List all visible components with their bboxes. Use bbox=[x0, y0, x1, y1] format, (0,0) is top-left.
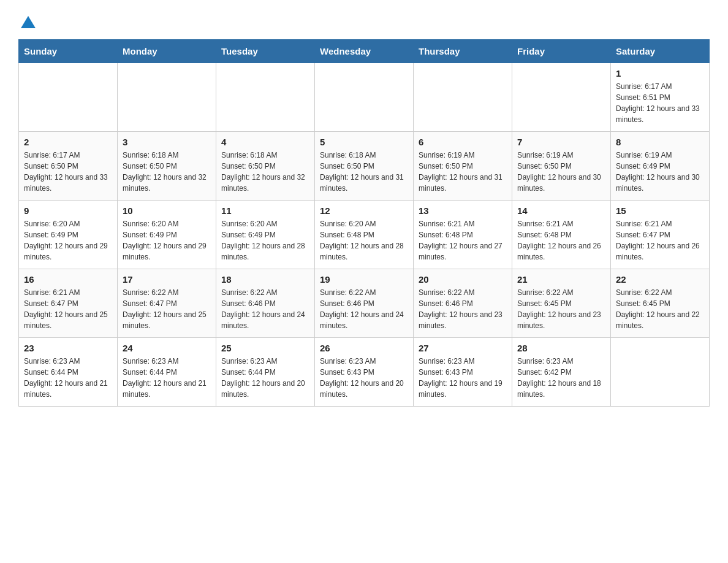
calendar-day-cell bbox=[118, 63, 216, 132]
calendar-header-row: SundayMondayTuesdayWednesdayThursdayFrid… bbox=[19, 40, 710, 63]
day-number: 16 bbox=[24, 274, 112, 285]
logo bbox=[18, 18, 36, 27]
calendar-day-cell: 13Sunrise: 6:21 AM Sunset: 6:48 PM Dayli… bbox=[414, 201, 512, 269]
day-info: Sunrise: 6:23 AM Sunset: 6:44 PM Dayligh… bbox=[24, 356, 112, 400]
day-number: 5 bbox=[320, 137, 408, 147]
day-info: Sunrise: 6:20 AM Sunset: 6:49 PM Dayligh… bbox=[24, 218, 112, 262]
logo-triangle-icon bbox=[21, 16, 36, 28]
calendar-day-cell: 8Sunrise: 6:19 AM Sunset: 6:49 PM Daylig… bbox=[611, 132, 710, 201]
calendar-day-cell: 26Sunrise: 6:23 AM Sunset: 6:43 PM Dayli… bbox=[315, 338, 414, 407]
day-number: 10 bbox=[123, 205, 211, 216]
day-number: 7 bbox=[517, 137, 605, 147]
day-of-week-header: Tuesday bbox=[216, 40, 315, 63]
calendar-week-row: 9Sunrise: 6:20 AM Sunset: 6:49 PM Daylig… bbox=[19, 201, 710, 269]
day-number: 28 bbox=[517, 343, 605, 353]
day-number: 27 bbox=[419, 343, 507, 353]
day-of-week-header: Sunday bbox=[19, 40, 118, 63]
day-number: 3 bbox=[123, 137, 211, 147]
calendar-day-cell bbox=[512, 63, 611, 132]
day-number: 2 bbox=[24, 137, 112, 147]
calendar-day-cell: 15Sunrise: 6:21 AM Sunset: 6:47 PM Dayli… bbox=[611, 201, 710, 269]
calendar-day-cell: 7Sunrise: 6:19 AM Sunset: 6:50 PM Daylig… bbox=[512, 132, 611, 201]
day-info: Sunrise: 6:18 AM Sunset: 6:50 PM Dayligh… bbox=[221, 150, 309, 194]
calendar-day-cell: 14Sunrise: 6:21 AM Sunset: 6:48 PM Dayli… bbox=[512, 201, 611, 269]
day-of-week-header: Saturday bbox=[611, 40, 710, 63]
day-number: 20 bbox=[419, 274, 507, 285]
calendar-day-cell: 24Sunrise: 6:23 AM Sunset: 6:44 PM Dayli… bbox=[118, 338, 216, 407]
calendar-week-row: 23Sunrise: 6:23 AM Sunset: 6:44 PM Dayli… bbox=[19, 338, 710, 407]
day-number: 8 bbox=[616, 137, 704, 147]
day-info: Sunrise: 6:19 AM Sunset: 6:49 PM Dayligh… bbox=[616, 150, 704, 194]
calendar-day-cell: 11Sunrise: 6:20 AM Sunset: 6:49 PM Dayli… bbox=[216, 201, 315, 269]
day-info: Sunrise: 6:23 AM Sunset: 6:43 PM Dayligh… bbox=[419, 356, 507, 400]
day-number: 22 bbox=[616, 274, 704, 285]
day-of-week-header: Wednesday bbox=[315, 40, 414, 63]
day-number: 9 bbox=[24, 205, 112, 216]
day-number: 21 bbox=[517, 274, 605, 285]
calendar-day-cell: 27Sunrise: 6:23 AM Sunset: 6:43 PM Dayli… bbox=[414, 338, 512, 407]
day-info: Sunrise: 6:20 AM Sunset: 6:48 PM Dayligh… bbox=[320, 218, 408, 262]
calendar-day-cell: 6Sunrise: 6:19 AM Sunset: 6:50 PM Daylig… bbox=[414, 132, 512, 201]
calendar-day-cell: 16Sunrise: 6:21 AM Sunset: 6:47 PM Dayli… bbox=[19, 269, 118, 338]
calendar-day-cell: 1Sunrise: 6:17 AM Sunset: 6:51 PM Daylig… bbox=[611, 63, 710, 132]
day-of-week-header: Friday bbox=[512, 40, 611, 63]
calendar-day-cell: 4Sunrise: 6:18 AM Sunset: 6:50 PM Daylig… bbox=[216, 132, 315, 201]
day-of-week-header: Monday bbox=[118, 40, 216, 63]
day-info: Sunrise: 6:22 AM Sunset: 6:46 PM Dayligh… bbox=[320, 287, 408, 331]
day-info: Sunrise: 6:21 AM Sunset: 6:48 PM Dayligh… bbox=[419, 218, 507, 262]
calendar-day-cell: 2Sunrise: 6:17 AM Sunset: 6:50 PM Daylig… bbox=[19, 132, 118, 201]
calendar-day-cell: 20Sunrise: 6:22 AM Sunset: 6:46 PM Dayli… bbox=[414, 269, 512, 338]
day-number: 19 bbox=[320, 274, 408, 285]
day-info: Sunrise: 6:19 AM Sunset: 6:50 PM Dayligh… bbox=[419, 150, 507, 194]
day-number: 15 bbox=[616, 205, 704, 216]
day-info: Sunrise: 6:21 AM Sunset: 6:48 PM Dayligh… bbox=[517, 218, 605, 262]
calendar-day-cell: 17Sunrise: 6:22 AM Sunset: 6:47 PM Dayli… bbox=[118, 269, 216, 338]
calendar-week-row: 1Sunrise: 6:17 AM Sunset: 6:51 PM Daylig… bbox=[19, 63, 710, 132]
calendar-day-cell: 10Sunrise: 6:20 AM Sunset: 6:49 PM Dayli… bbox=[118, 201, 216, 269]
day-number: 12 bbox=[320, 205, 408, 216]
day-number: 26 bbox=[320, 343, 408, 353]
calendar-day-cell: 3Sunrise: 6:18 AM Sunset: 6:50 PM Daylig… bbox=[118, 132, 216, 201]
day-number: 1 bbox=[616, 68, 704, 79]
day-info: Sunrise: 6:23 AM Sunset: 6:44 PM Dayligh… bbox=[221, 356, 309, 400]
calendar-table: SundayMondayTuesdayWednesdayThursdayFrid… bbox=[18, 39, 710, 407]
day-info: Sunrise: 6:20 AM Sunset: 6:49 PM Dayligh… bbox=[221, 218, 309, 262]
day-number: 25 bbox=[221, 343, 309, 353]
day-info: Sunrise: 6:23 AM Sunset: 6:44 PM Dayligh… bbox=[123, 356, 211, 400]
day-info: Sunrise: 6:22 AM Sunset: 6:46 PM Dayligh… bbox=[419, 287, 507, 331]
calendar-day-cell bbox=[414, 63, 512, 132]
calendar-day-cell: 22Sunrise: 6:22 AM Sunset: 6:45 PM Dayli… bbox=[611, 269, 710, 338]
day-info: Sunrise: 6:22 AM Sunset: 6:45 PM Dayligh… bbox=[616, 287, 704, 331]
calendar-day-cell: 25Sunrise: 6:23 AM Sunset: 6:44 PM Dayli… bbox=[216, 338, 315, 407]
day-info: Sunrise: 6:20 AM Sunset: 6:49 PM Dayligh… bbox=[123, 218, 211, 262]
day-info: Sunrise: 6:18 AM Sunset: 6:50 PM Dayligh… bbox=[320, 150, 408, 194]
day-number: 18 bbox=[221, 274, 309, 285]
calendar-day-cell: 21Sunrise: 6:22 AM Sunset: 6:45 PM Dayli… bbox=[512, 269, 611, 338]
day-number: 11 bbox=[221, 205, 309, 216]
day-info: Sunrise: 6:22 AM Sunset: 6:47 PM Dayligh… bbox=[123, 287, 211, 331]
day-number: 23 bbox=[24, 343, 112, 353]
day-info: Sunrise: 6:22 AM Sunset: 6:46 PM Dayligh… bbox=[221, 287, 309, 331]
day-info: Sunrise: 6:23 AM Sunset: 6:42 PM Dayligh… bbox=[517, 356, 605, 400]
day-number: 13 bbox=[419, 205, 507, 216]
day-info: Sunrise: 6:17 AM Sunset: 6:51 PM Dayligh… bbox=[616, 81, 704, 125]
day-of-week-header: Thursday bbox=[414, 40, 512, 63]
day-number: 17 bbox=[123, 274, 211, 285]
day-info: Sunrise: 6:22 AM Sunset: 6:45 PM Dayligh… bbox=[517, 287, 605, 331]
calendar-day-cell bbox=[611, 338, 710, 407]
calendar-week-row: 2Sunrise: 6:17 AM Sunset: 6:50 PM Daylig… bbox=[19, 132, 710, 201]
day-number: 24 bbox=[123, 343, 211, 353]
day-number: 14 bbox=[517, 205, 605, 216]
calendar-day-cell bbox=[216, 63, 315, 132]
day-info: Sunrise: 6:19 AM Sunset: 6:50 PM Dayligh… bbox=[517, 150, 605, 194]
page-header bbox=[18, 18, 710, 27]
calendar-day-cell: 23Sunrise: 6:23 AM Sunset: 6:44 PM Dayli… bbox=[19, 338, 118, 407]
calendar-day-cell: 28Sunrise: 6:23 AM Sunset: 6:42 PM Dayli… bbox=[512, 338, 611, 407]
day-number: 6 bbox=[419, 137, 507, 147]
day-info: Sunrise: 6:23 AM Sunset: 6:43 PM Dayligh… bbox=[320, 356, 408, 400]
calendar-day-cell: 18Sunrise: 6:22 AM Sunset: 6:46 PM Dayli… bbox=[216, 269, 315, 338]
calendar-day-cell bbox=[315, 63, 414, 132]
day-info: Sunrise: 6:21 AM Sunset: 6:47 PM Dayligh… bbox=[616, 218, 704, 262]
day-info: Sunrise: 6:18 AM Sunset: 6:50 PM Dayligh… bbox=[123, 150, 211, 194]
calendar-day-cell bbox=[19, 63, 118, 132]
